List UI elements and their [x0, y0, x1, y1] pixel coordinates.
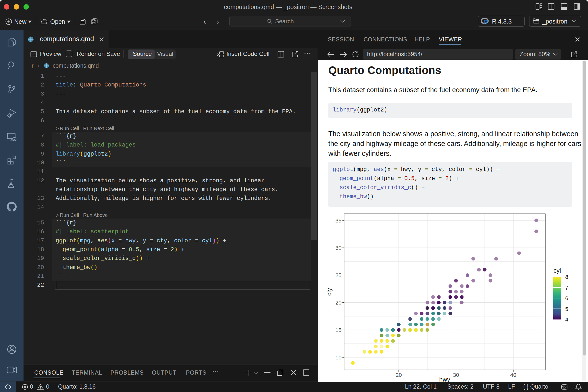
- svg-text:5: 5: [565, 306, 568, 312]
- svg-text:hwy: hwy: [439, 376, 450, 382]
- svg-text:30: 30: [453, 372, 459, 378]
- svg-text:7: 7: [565, 285, 568, 291]
- svg-text:35: 35: [336, 218, 342, 224]
- svg-text:20: 20: [396, 372, 402, 378]
- svg-text:8: 8: [565, 274, 568, 280]
- svg-text:25: 25: [336, 272, 342, 278]
- svg-text:cty: cty: [326, 288, 332, 296]
- svg-text:R: R: [484, 18, 488, 25]
- svg-text:6: 6: [565, 295, 568, 301]
- svg-text:20: 20: [336, 300, 342, 306]
- svg-text:4: 4: [565, 316, 568, 323]
- svg-text:10: 10: [336, 354, 342, 361]
- svg-text:30: 30: [336, 245, 342, 251]
- svg-text:15: 15: [336, 327, 342, 333]
- svg-text:cyl: cyl: [554, 267, 561, 274]
- svg-text:40: 40: [510, 372, 516, 378]
